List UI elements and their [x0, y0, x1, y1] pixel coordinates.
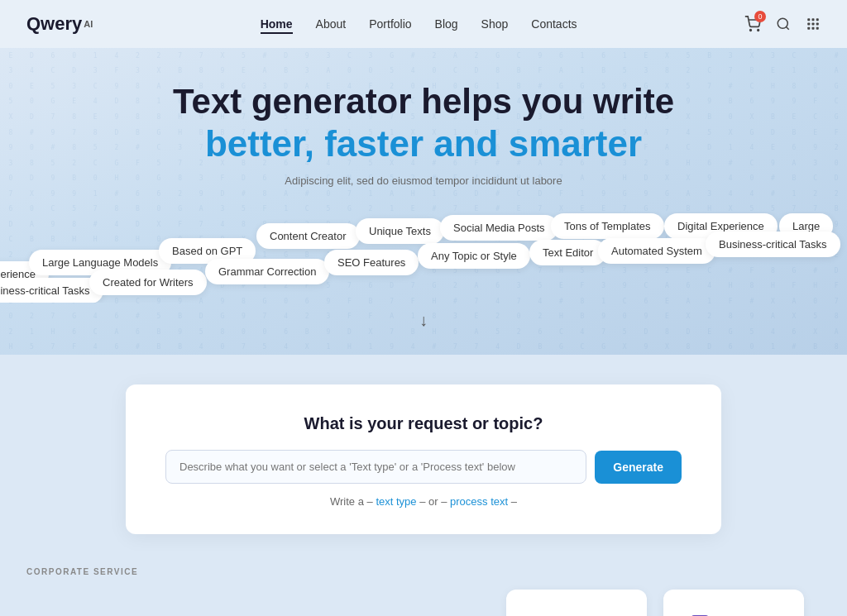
- tag-tons-templates: Tons of Templates: [551, 213, 664, 239]
- service-card-2: Advanced: [663, 590, 804, 616]
- generate-button[interactable]: Generate: [595, 451, 682, 484]
- tag-content-creator: Content Creator: [256, 223, 360, 249]
- svg-rect-7: [807, 23, 810, 26]
- grid-menu-button[interactable]: [806, 17, 821, 31]
- nav-icons: 0: [744, 16, 821, 32]
- tag-created-writers: Created for Writers: [89, 270, 207, 295]
- nav-links: Home About Portfolio Blog Shop Contacts: [261, 17, 577, 31]
- tags-container: Experience Large Language Models Based o…: [0, 212, 847, 303]
- hero-subtitle: Adipiscing elit, sed do eiusmod tempor i…: [17, 174, 830, 187]
- tag-automated: Automated System: [598, 238, 715, 264]
- tag-any-topic: Any Topic or Style: [418, 243, 530, 269]
- logo[interactable]: Qwery AI: [26, 13, 93, 35]
- svg-rect-5: [811, 18, 814, 21]
- svg-rect-11: [811, 27, 814, 30]
- corporate-label: CORPORATE SERVICE: [26, 567, 821, 576]
- svg-rect-12: [816, 27, 819, 30]
- request-hint: Write a – text type – or – process text …: [165, 495, 682, 508]
- svg-rect-10: [807, 27, 810, 30]
- cards-row: Advanced: [26, 590, 821, 616]
- svg-rect-8: [811, 23, 814, 26]
- request-input-row: Generate: [165, 450, 682, 484]
- bottom-section: CORPORATE SERVICE: [0, 551, 847, 616]
- svg-point-0: [750, 30, 752, 31]
- process-text-link[interactable]: process text: [450, 495, 508, 508]
- scroll-down-arrow[interactable]: ↓: [17, 311, 830, 330]
- tag-text-editor: Text Editor: [529, 240, 606, 265]
- svg-rect-9: [816, 23, 819, 26]
- navbar: Qwery AI Home About Portfolio Blog Shop …: [0, 0, 847, 48]
- card-icon-2: [683, 613, 716, 616]
- svg-point-1: [758, 30, 759, 31]
- logo-text: Qwery: [26, 13, 82, 35]
- tag-social-media: Social Media Posts: [440, 215, 558, 241]
- nav-home[interactable]: Home: [261, 17, 293, 34]
- svg-point-2: [778, 18, 787, 28]
- text-type-link[interactable]: text type: [376, 495, 416, 508]
- nav-blog[interactable]: Blog: [435, 17, 458, 31]
- logo-ai-badge: AI: [84, 19, 93, 29]
- tag-grammar: Grammar Correction: [205, 259, 329, 284]
- cart-button[interactable]: 0: [744, 16, 761, 32]
- request-title: What is your request or topic?: [165, 414, 682, 433]
- hero-title: Text generator helps you write better, f…: [17, 81, 830, 166]
- tag-business-critical-1: Business-critical Tasks: [0, 278, 103, 303]
- service-card-1: [506, 590, 647, 616]
- request-input[interactable]: [165, 450, 586, 484]
- tag-unique-texts: Unique Texts: [356, 218, 444, 244]
- nav-about[interactable]: About: [316, 17, 347, 31]
- tag-seo: SEO Features: [324, 250, 419, 275]
- request-section: What is your request or topic? Generate …: [126, 384, 721, 534]
- hero-section: ED60142277X5#D93C3G#2A2GC96161EX5B3X3C9#…: [0, 48, 847, 355]
- svg-rect-6: [816, 18, 819, 21]
- search-button[interactable]: [776, 17, 791, 31]
- nav-contacts[interactable]: Contacts: [531, 17, 577, 31]
- nav-portfolio[interactable]: Portfolio: [369, 17, 411, 31]
- hero-title-accent: better, faster and smarter: [17, 122, 830, 166]
- nav-shop[interactable]: Shop: [481, 17, 509, 31]
- svg-line-3: [786, 26, 788, 29]
- cart-badge: 0: [754, 11, 766, 22]
- tag-business-critical-2: Business-critical Tasks: [706, 232, 840, 257]
- svg-rect-4: [807, 18, 810, 21]
